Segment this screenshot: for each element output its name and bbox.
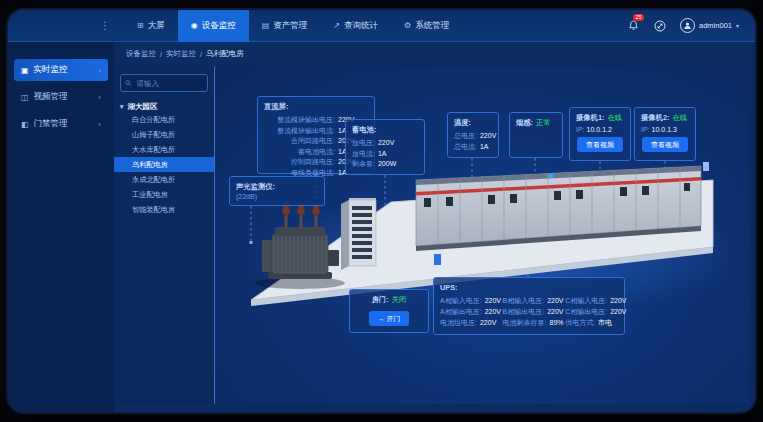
metric-label: A相输入电压: [440,295,482,306]
status-badge: 正常 [536,118,551,128]
nav-item-stats[interactable]: ↗ 查询统计 [320,10,391,42]
view-video-button[interactable]: 查看视频 [642,137,688,152]
system-icon: ⚙ [404,21,411,30]
nav-label: 大屏 [148,20,165,32]
nav-item-dashboard[interactable]: ⊞ 大屏 [124,10,178,42]
sound-light-monitor-panel: 声光监测仪: (22dB) [229,176,325,206]
camera2-panel: 摄像机2: 在线 IP:10.0.1.3 查看视频 [634,107,696,161]
user-menu[interactable]: admin001 ▾ [680,18,739,33]
sidebar-item-access-control[interactable]: ◧ 门禁管理 › [14,113,108,135]
ip-value: 10.0.1.2 [587,126,612,133]
metric-label: 整流模块输出电流: [264,126,335,137]
tree-item-station[interactable]: 白合分配电所 [114,112,214,127]
menu-dots-icon[interactable]: ⋮ [100,20,110,31]
stats-icon: ↗ [333,21,340,30]
nav-item-asset[interactable]: ▤ 资产管理 [249,10,321,42]
tree-item-station[interactable]: 永成北配电所 [114,172,214,187]
metric-label: 放电压: [352,138,375,149]
camera1-panel: 摄像机1: 在线 IP:10.0.1.2 查看视频 [569,107,631,161]
metric-value: 220V [378,138,408,149]
metric-value: 220V [610,306,626,317]
metric-value: 220V [547,306,563,317]
tree-search-box[interactable] [120,74,208,92]
chevron-down-icon: ▾ [736,22,739,29]
nav-label: 系统管理 [415,20,449,32]
metric-value: 1A [378,149,408,160]
sidebar-item-label: 视频管理 [34,91,68,103]
tree-item-station[interactable]: 智能装配电房 [114,202,214,217]
chevron-right-icon: › [98,66,101,75]
panel-title: 直流屏: [264,102,368,112]
metric-value: 200W [378,159,408,170]
tree-search-input[interactable] [135,78,203,89]
chevron-right-icon: › [98,93,101,102]
metric-label: C相输入电压: [565,295,607,306]
metric-label: 合闸回路电压: [264,136,335,147]
open-door-button[interactable]: → 开门 [369,311,410,326]
app-window: ⋮ ⊞ 大屏 ◉ 设备监控 ▤ 资产管理 ↗ 查询统计 ⚙ 系统管理 25 [8,10,755,412]
panel-title: 蓄电池: [352,125,418,135]
metric-label: A相输出电压: [440,306,482,317]
panel-title: 房门: [372,295,389,305]
metric-value: 89% [550,317,564,328]
tree-item-station[interactable]: 大水库配电所 [114,142,214,157]
tree-item-station[interactable]: 山姆子配电所 [114,127,214,142]
ip-value: 10.0.1.3 [652,126,677,133]
panel-title: 烟感: [516,118,533,128]
metric-value: 220V [547,295,563,306]
sidebar: ▣ 实时监控 › ◫ 视频管理 › ◧ 门禁管理 › [8,42,114,412]
ups-panel: UPS: A相输入电压:220V A相输出电压:220V 电池组电压:220V … [433,277,625,335]
sidebar-item-realtime-monitor[interactable]: ▣ 实时监控 › [14,59,108,81]
notification-badge: 25 [633,14,644,22]
panel-title: 温度: [454,118,492,128]
breadcrumb: 设备监控 / 实时监控 / 乌利配电房 [114,42,755,66]
panel-title: 声光监测仪: [236,182,318,192]
metric-label: 总电压: [454,131,477,142]
metric-label: 放电流: [352,149,375,160]
tree-root-node[interactable]: ▾ 湖大园区 [120,102,208,112]
smoke-sensor-panel: 烟感: 正常 [509,112,563,158]
sidebar-item-label: 门禁管理 [34,118,68,130]
metric-label: 整流模块输出电压: [264,115,335,126]
battery-panel: 蓄电池: 放电压:220V 放电流:1A 剩余量:200W [345,119,425,175]
metric-label: 控制回路电压: [264,157,335,168]
nav-item-system[interactable]: ⚙ 系统管理 [391,10,462,42]
nav-label: 设备监控 [202,20,236,32]
username: admin001 [699,21,732,30]
metric-value: 220V [480,131,496,142]
view-video-button[interactable]: 查看视频 [577,137,623,152]
door-panel: 房门: 关闭 → 开门 [349,289,429,333]
topbar-right: 25 admin001 ▾ [626,18,755,33]
asset-icon: ▤ [262,21,270,30]
sidebar-item-video-manage[interactable]: ◫ 视频管理 › [14,86,108,108]
nav-item-device-monitor[interactable]: ◉ 设备监控 [178,10,249,42]
nav-label: 资产管理 [273,20,307,32]
breadcrumb-item[interactable]: 实时监控 [166,49,196,59]
temperature-panel: 温度: 总电压:220V 总电流:1A [447,112,499,158]
nav-label: 查询统计 [344,20,378,32]
chevron-right-icon: › [98,120,101,129]
top-navbar: ⋮ ⊞ 大屏 ◉ 设备监控 ▤ 资产管理 ↗ 查询统计 ⚙ 系统管理 25 [8,10,755,42]
tree-root-label: 湖大园区 [128,102,158,112]
door-status: 关闭 [392,295,407,305]
panel-title: 摄像机1: [576,113,604,123]
tree-item-station[interactable]: 工业配电房 [114,187,214,202]
fullscreen-icon[interactable] [653,19,667,33]
metric-value: 220V [485,306,501,317]
tree-item-station-selected[interactable]: 乌利配电房 [114,157,214,172]
ups-column-c: C相输入电压:220V C相输出电压:220V 供电方式:市电 [565,295,618,329]
battery-cabinet-3d [341,198,376,270]
notification-bell-icon[interactable]: 25 [626,19,640,33]
breadcrumb-item[interactable]: 设备监控 [126,49,156,59]
metric-value: 1A [480,142,492,153]
metric-value: (22dB) [236,193,318,200]
metric-value: 220V [610,295,626,306]
ups-column-a: A相输入电压:220V A相输出电压:220V 电池组电压:220V [440,295,493,329]
main-region: 设备监控 / 实时监控 / 乌利配电房 ▾ 湖大园区 白合分配电所 山姆子配电所… [114,42,755,412]
metric-label: C相输出电压: [565,306,607,317]
metric-label: B相输出电压: [503,306,545,317]
avatar [680,18,695,33]
ip-label: IP: [641,126,650,133]
search-icon [125,79,132,87]
door-icon: ◧ [21,120,29,129]
